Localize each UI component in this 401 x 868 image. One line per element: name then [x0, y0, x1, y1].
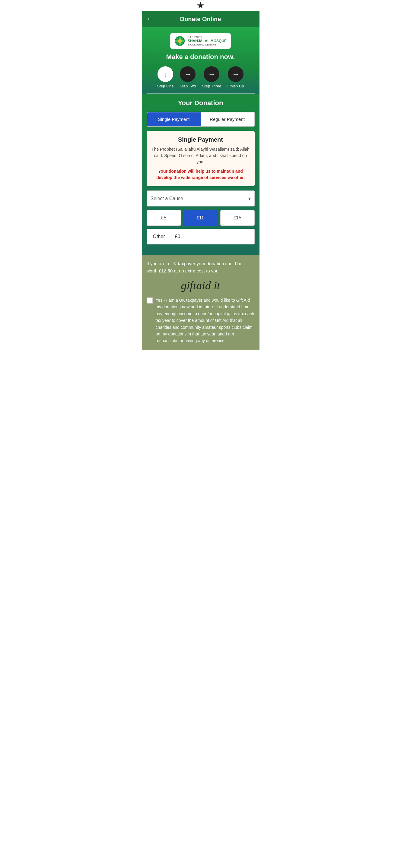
step-three[interactable]: → Step Three — [202, 66, 221, 88]
select-cause-label: Select a Cause — [150, 196, 183, 201]
payment-card-title: Single Payment — [151, 136, 250, 143]
regular-payment-btn[interactable]: Regular Payment — [201, 113, 254, 126]
payment-card: Single Payment The Prophet (Sallallahu A… — [147, 131, 255, 186]
step-three-circle: → — [204, 66, 219, 82]
giftaid-logo: giftaid it — [147, 279, 255, 292]
step-two-circle: → — [180, 66, 196, 82]
select-cause-dropdown[interactable]: Select a Cause ▾ — [147, 190, 255, 207]
logo-name: SHAHJALAL MOSQUE — [188, 39, 227, 43]
page-title: Donate Online — [180, 16, 221, 23]
mosque-logo: STEPNEY SHAHJALAL MOSQUE & CULTURAL CENT… — [170, 33, 231, 49]
amount-row: £5 £10 £15 — [147, 210, 255, 226]
giftaid-checkbox-label: Yes - I am a UK taxpayer and would like … — [156, 297, 255, 344]
steps-nav: ↓ Step One → Step Two → Step Three → Fin… — [147, 66, 255, 93]
single-payment-btn[interactable]: Single Payment — [147, 113, 201, 126]
mosque-logo-icon — [174, 36, 185, 46]
giftaid-checkbox[interactable] — [147, 298, 153, 304]
step-two-label: Step Two — [179, 84, 196, 88]
amount-15-btn[interactable]: £15 — [220, 210, 255, 226]
amount-10-btn[interactable]: £10 — [183, 210, 218, 226]
chevron-down-icon: ▾ — [248, 195, 251, 201]
step-two[interactable]: → Step Two — [179, 66, 196, 88]
other-amount-input[interactable] — [171, 229, 255, 244]
status-bar — [142, 0, 259, 11]
giftaid-checkbox-row: Yes - I am a UK taxpayer and would like … — [147, 297, 255, 344]
logo-stepney: STEPNEY — [188, 36, 227, 39]
svg-point-10 — [178, 40, 181, 42]
giftaid-amount: £12.50 — [159, 268, 173, 273]
svg-point-4 — [175, 40, 178, 42]
payment-card-cta: Your donation will help us to maintain a… — [151, 168, 250, 181]
step-one[interactable]: ↓ Step One — [157, 66, 174, 88]
header: ← Donate Online — [142, 11, 259, 27]
step-one-label: Step One — [157, 84, 174, 88]
step-three-label: Step Three — [202, 84, 221, 88]
status-bar-icon — [197, 2, 204, 9]
giftaid-description: If you are a UK taxpayer your donation c… — [147, 260, 255, 275]
mosque-name: STEPNEY SHAHJALAL MOSQUE & CULTURAL CENT… — [188, 36, 227, 46]
logo-sub: & CULTURAL CENTRE — [188, 43, 227, 46]
payment-toggle: Single Payment Regular Payment — [147, 112, 255, 127]
other-row: Other — [147, 229, 255, 244]
hero-title: Make a donation now. — [147, 53, 255, 61]
amount-5-btn[interactable]: £5 — [147, 210, 181, 226]
finish-up[interactable]: → Finish Up — [228, 66, 244, 88]
donation-title: Your Donation — [147, 99, 255, 107]
back-button[interactable]: ← — [147, 15, 153, 23]
finish-up-label: Finish Up — [228, 84, 244, 88]
svg-point-3 — [179, 42, 181, 46]
svg-point-5 — [181, 40, 185, 42]
other-button[interactable]: Other — [147, 229, 171, 244]
payment-card-quote: The Prophet (Sallallahu Alayhi Wasallam)… — [151, 146, 250, 165]
hero-section: STEPNEY SHAHJALAL MOSQUE & CULTURAL CENT… — [142, 27, 259, 94]
svg-point-2 — [179, 36, 181, 39]
step-one-circle: ↓ — [157, 66, 173, 82]
giftaid-section: If you are a UK taxpayer your donation c… — [142, 255, 259, 350]
donation-section: Your Donation Single Payment Regular Pay… — [142, 94, 259, 255]
finish-up-circle: → — [228, 66, 244, 82]
